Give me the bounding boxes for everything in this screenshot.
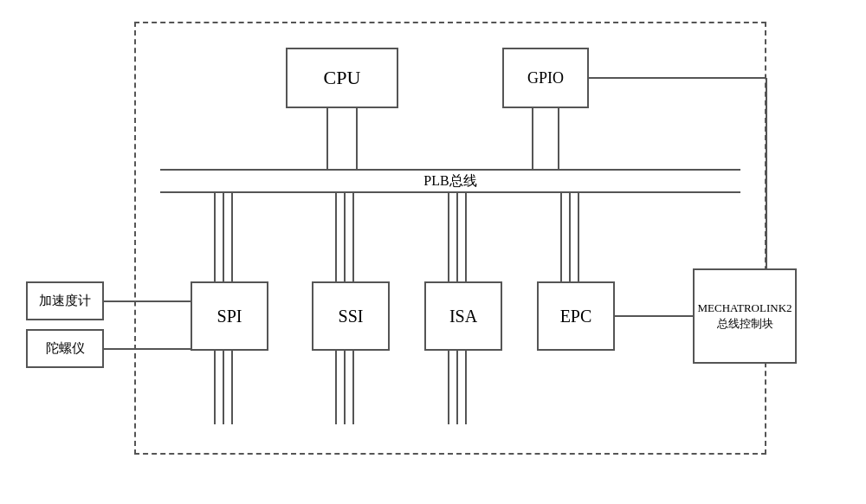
gyro-label: 陀螺仪: [46, 340, 85, 357]
cpu-label: CPU: [324, 67, 361, 89]
epc-label: EPC: [560, 307, 592, 326]
cpu-box: CPU: [286, 48, 398, 108]
gyro-box: 陀螺仪: [26, 329, 104, 368]
plb-bus: PLB总线: [160, 169, 740, 193]
epc-box: EPC: [537, 281, 615, 351]
mecha-box: MECHATROLINK2 总线控制块: [693, 268, 797, 364]
mecha-label2: 总线控制块: [697, 316, 792, 332]
ssi-box: SSI: [312, 281, 390, 351]
acc-label: 加速度计: [39, 293, 91, 309]
gpio-box: GPIO: [502, 48, 589, 108]
diagram-container: CPU GPIO PLB总线 SPI SSI ISA EPC MECHATROL…: [0, 0, 866, 504]
isa-label: ISA: [449, 307, 477, 326]
isa-box: ISA: [424, 281, 502, 351]
acc-box: 加速度计: [26, 281, 104, 320]
mecha-label1: MECHATROLINK2: [697, 300, 792, 316]
spi-label: SPI: [217, 307, 242, 326]
fpga-box: [134, 22, 766, 455]
plb-label: PLB总线: [423, 172, 476, 191]
spi-box: SPI: [191, 281, 268, 351]
ssi-label: SSI: [339, 307, 364, 326]
gpio-label: GPIO: [527, 69, 564, 87]
